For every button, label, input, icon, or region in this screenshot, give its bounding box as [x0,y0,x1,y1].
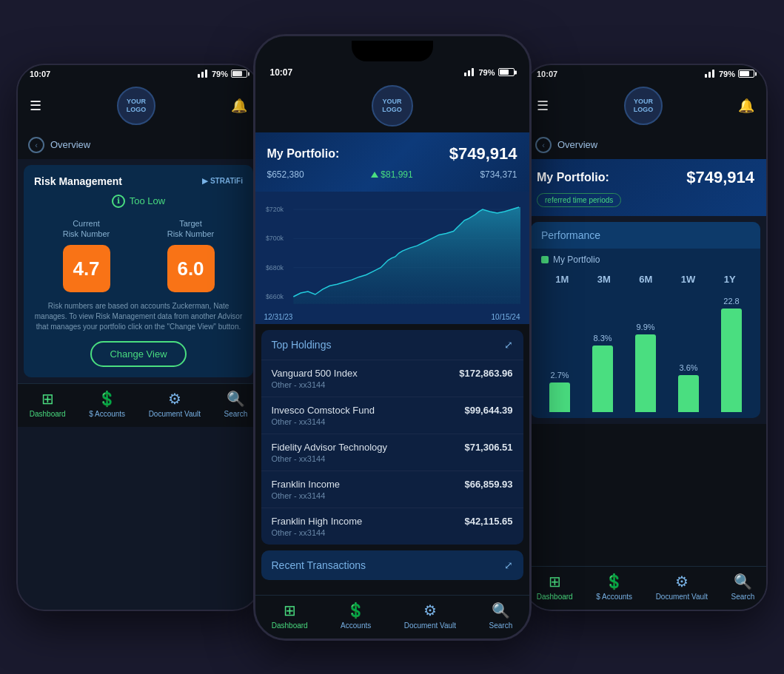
center-vault-icon: ⚙ [423,601,437,619]
left-nav-vault-label: Document Vault [149,410,201,418]
center-nav-accounts[interactable]: 💲 Accounts [341,601,371,630]
perf-tab-1m[interactable]: 1M [555,274,569,285]
center-phone: 10:07 79% YOURLOGO My Portfolio: $749,91… [253,34,532,641]
holding-value-4: $42,115.65 [464,516,512,527]
center-chart-area: $720k $700k $680k $660k [255,192,529,324]
risk-management-card: Risk Management ▶ STRATiFi ℹ Too Low Cur… [24,165,253,378]
right-bottom-nav: ⊞ Dashboard 💲 $ Accounts ⚙ Document Vaul… [525,566,766,610]
perf-tab-3m[interactable]: 3M [597,274,611,285]
left-nav-accounts-label: $ Accounts [89,410,125,418]
left-nav-document-vault[interactable]: ⚙ Document Vault [149,390,201,418]
holding-value-0: $172,863.96 [459,368,512,379]
holding-sub-2: Other - xx3144 [272,454,513,463]
right-nav-document-vault[interactable]: ⚙ Document Vault [656,573,708,601]
center-signal-icon [464,68,474,76]
top-holdings-header: Top Holdings ⤢ [261,330,523,360]
holding-item-1: Invesco Comstock Fund $99,644.39 Other -… [261,397,523,434]
holding-name-4: Franklin High Income [272,516,465,527]
left-nav-search[interactable]: 🔍 Search [224,390,248,418]
perf-tab-1y[interactable]: 1Y [724,274,736,285]
left-nav-search-label: Search [224,410,248,418]
recent-transactions-title: Recent Transactions [272,559,366,571]
perf-bar-6m [635,334,656,412]
center-portfolio-value: $749,914 [449,144,517,164]
right-nav-dashboard[interactable]: ⊞ Dashboard [537,573,573,601]
center-nav-document-vault[interactable]: ⚙ Document Vault [404,601,456,630]
center-nav-dashboard[interactable]: ⊞ Dashboard [272,601,308,630]
left-time: 10:07 [30,70,50,78]
center-nav-search[interactable]: 🔍 Search [489,601,513,630]
right-overview-header: ‹ Overview [525,131,766,159]
center-nav-accounts-label: Accounts [341,621,371,630]
perf-bar-1y [721,309,742,412]
left-nav-dashboard-label: Dashboard [30,410,66,418]
right-dashboard-icon: ⊞ [549,573,561,590]
chart-area-fill [293,207,520,304]
left-nav-accounts[interactable]: 💲 $ Accounts [89,390,125,418]
target-risk-col: TargetRisk Number 6.0 [167,218,215,293]
recent-expand-icon[interactable]: ⤢ [504,559,513,571]
perf-tab-6m[interactable]: 6M [639,274,652,285]
holding-name-1: Invesco Comstock Fund [272,405,465,416]
holding-name-3: Franklin Income [272,479,465,490]
perf-bar-3m [592,346,613,412]
top-holdings-card: Top Holdings ⤢ Vanguard 500 Index $172,8… [261,330,523,545]
center-portfolio-banner: My Portfolio: $749,914 $652,380 $81,991 … [255,132,529,192]
left-nav-dashboard[interactable]: ⊞ Dashboard [30,390,66,418]
right-hamburger-icon[interactable]: ☰ [537,98,549,114]
holding-sub-3: Other - xx3144 [272,491,513,500]
center-stat-gain: $81,991 [371,169,412,180]
top-holdings-title: Top Holdings [272,339,332,351]
center-portfolio-title: My Portfolio: [267,147,340,161]
svg-text:$720k: $720k [265,205,284,212]
right-portfolio-header: My Portfolio: $749,914 [537,168,754,187]
expand-icon[interactable]: ⤢ [504,339,513,351]
center-nav-search-label: Search [489,621,513,630]
right-vault-icon: ⚙ [675,573,688,590]
chart-end-date: 10/15/24 [492,313,520,321]
perf-bar-col-6m: 9.9% [635,323,656,412]
holding-value-3: $66,859.93 [464,479,512,490]
performance-tabs: 1M 3M 6M 1W 1Y [531,271,760,291]
holding-value-1: $99,644.39 [464,405,512,416]
right-time: 10:07 [537,70,557,78]
right-nav-search[interactable]: 🔍 Search [731,573,755,601]
battery-icon [231,70,247,78]
perf-val-1w: 3.6% [679,363,697,372]
perf-tab-1w[interactable]: 1W [681,274,696,285]
right-nav-vault-label: Document Vault [656,593,708,601]
holding-name-2: Fidelity Advisor Technology [272,442,465,453]
time-periods: referred time periods [537,193,754,207]
center-scroll-content[interactable]: Top Holdings ⤢ Vanguard 500 Index $172,8… [255,324,529,595]
center-portfolio-stats: $652,380 $81,991 $734,371 [267,169,517,180]
current-risk-badge: 4.7 [63,245,110,292]
perf-bar-col-1m: 2.7% [549,371,570,412]
holding-item-0: Vanguard 500 Index $172,863.96 Other - x… [261,360,523,397]
change-view-button[interactable]: Change View [90,341,186,367]
perf-val-1m: 2.7% [550,371,569,380]
performance-section: Performance My Portfolio 1M 3M 6M 1W 1Y … [531,222,760,418]
left-bell-icon[interactable]: 🔔 [231,98,247,114]
right-battery-text: 79% [719,70,735,78]
risk-card-title: Risk Management [34,175,122,187]
warning-circle-icon: ℹ [112,195,125,208]
right-nav-accounts[interactable]: 💲 $ Accounts [596,573,632,601]
center-status-icons: 79% [464,68,514,77]
recent-transactions-card: Recent Transactions ⤢ [261,550,523,580]
time-period-pill[interactable]: referred time periods [537,193,621,207]
left-back-button[interactable]: ‹ [28,137,44,153]
center-dashboard-icon: ⊞ [284,601,296,619]
left-hamburger-icon[interactable]: ☰ [30,98,41,114]
left-app-header: ☰ YOURLOGO 🔔 [18,81,259,131]
perf-bar-1m [549,383,570,412]
recent-transactions-header: Recent Transactions ⤢ [261,550,523,580]
center-accounts-icon: 💲 [346,601,365,619]
right-bell-icon[interactable]: 🔔 [738,98,754,114]
document-vault-icon: ⚙ [168,390,181,408]
holding-sub-4: Other - xx3144 [272,528,513,537]
performance-bars: 2.7% 8.3% 9.9% 3.6% 22.8 [531,291,760,418]
right-app-header: ☰ YOURLOGO 🔔 [525,81,766,131]
accounts-icon: 💲 [98,390,116,408]
right-back-button[interactable]: ‹ [535,137,552,153]
stratifi-logo: ▶ STRATiFi [202,177,243,185]
